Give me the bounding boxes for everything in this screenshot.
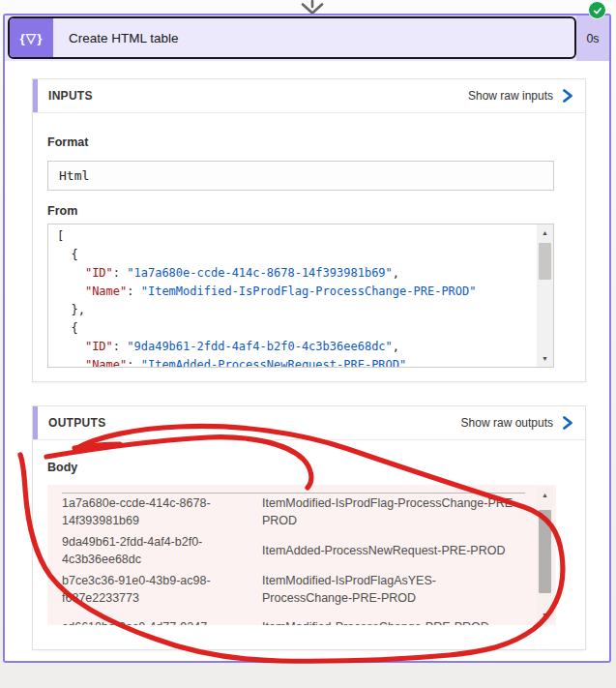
action-duration: 0s — [576, 15, 609, 61]
format-field-label: Format — [47, 135, 88, 149]
table-row: 1a7a680e-ccde-414c-8678-14f393981b69Item… — [62, 495, 524, 529]
scroll-down-icon[interactable]: ▼ — [537, 350, 553, 367]
table-row: 9da49b61-2fdd-4af4-b2f0-4c3b36ee68dcItem… — [62, 534, 524, 568]
row-id-cell: b7ce3c36-91e0-43b9-ac98-f687e2233773 — [62, 573, 241, 607]
code-line: "Name": "ItemAdded-ProcessNewRequest-PRE… — [57, 356, 534, 368]
chevron-right-icon — [562, 416, 573, 430]
row-name-cell: ItemAdded-ProcessNewRequest-PRE-PROD — [262, 543, 525, 560]
from-scrollbar-thumb[interactable] — [539, 243, 551, 280]
inputs-accent-bar — [33, 79, 38, 112]
row-name-cell: ItemModified-IsProdFlagAsYES-ProcessChan… — [262, 573, 525, 607]
code-line: "Name": "ItemModified-IsProdFlag-Process… — [57, 283, 534, 301]
format-field-value: Html — [47, 161, 554, 191]
outputs-section-label: OUTPUTS — [48, 416, 105, 430]
action-icon-glyph: {▽} — [20, 30, 44, 45]
connector-down-arrow-icon — [300, 0, 325, 15]
row-id-cell: cd6610ba-2ac0-4d77-9247- — [62, 619, 241, 625]
inputs-section-label: INPUTS — [48, 89, 93, 103]
code-line: { — [57, 319, 534, 338]
show-raw-inputs-link[interactable]: Show raw inputs — [468, 89, 573, 103]
table-row: cd6610ba-2ac0-4d77-9247-ItemModified-Pro… — [62, 612, 524, 625]
body-output-box: 1a7a680e-ccde-414c-8678-14f393981b69Item… — [47, 485, 556, 625]
show-raw-outputs-label: Show raw outputs — [461, 416, 553, 430]
from-field-label: From — [47, 204, 77, 218]
body-table-divider — [62, 493, 525, 494]
from-code-box: [ { "ID": "1a7a680e-ccde-414c-8678-14f39… — [47, 224, 554, 368]
table-row: b7ce3c36-91e0-43b9-ac98-f687e2233773Item… — [62, 573, 524, 607]
row-name-cell: ItemModified-IsProdFlag-ProcessChange-PR… — [262, 495, 525, 529]
data-operation-icon: {▽} — [10, 18, 53, 57]
scroll-up-icon[interactable]: ▲ — [537, 224, 553, 241]
row-name-cell: ItemModified-ProcessChange-PRE-PROD — [262, 619, 525, 625]
scroll-up-icon[interactable]: ▲ — [537, 487, 553, 503]
body-scrollbar-thumb[interactable] — [539, 510, 551, 593]
code-line: { — [57, 246, 534, 264]
body-scrollbar[interactable]: ▲ ▼ — [537, 487, 553, 623]
success-status-badge — [588, 1, 606, 19]
checkmark-icon — [592, 5, 603, 16]
action-title: Create HTML table — [69, 31, 179, 45]
action-header-pill[interactable]: {▽} Create HTML table — [8, 16, 576, 59]
row-id-cell: 9da49b61-2fdd-4af4-b2f0-4c3b36ee68dc — [62, 534, 241, 568]
code-line: "ID": "9da49b61-2fdd-4af4-b2f0-4c3b36ee6… — [57, 338, 534, 356]
action-header: {▽} Create HTML table 0s — [5, 15, 609, 61]
body-table: 1a7a680e-ccde-414c-8678-14f393981b69Item… — [62, 495, 524, 625]
inputs-section-header: INPUTS Show raw inputs — [33, 79, 585, 113]
code-line: "ID": "1a7a680e-ccde-414c-8678-14f393981… — [57, 264, 534, 283]
body-field-label: Body — [47, 461, 77, 474]
outputs-section-header: OUTPUTS Show raw outputs — [33, 406, 585, 440]
chevron-right-icon — [562, 89, 573, 103]
show-raw-inputs-label: Show raw inputs — [468, 89, 553, 103]
code-line: }, — [57, 301, 534, 319]
code-line: [ — [57, 227, 534, 246]
from-scrollbar[interactable]: ▲ ▼ — [537, 224, 553, 367]
show-raw-outputs-link[interactable]: Show raw outputs — [461, 416, 573, 430]
row-id-cell: 1a7a680e-ccde-414c-8678-14f393981b69 — [62, 495, 241, 529]
from-json-code: [ { "ID": "1a7a680e-ccde-414c-8678-14f39… — [48, 224, 553, 368]
scroll-down-icon[interactable]: ▼ — [537, 607, 553, 623]
flow-run-page: {▽} Create HTML table 0s INPUTS Show raw… — [0, 0, 616, 688]
outputs-accent-bar — [33, 406, 38, 439]
